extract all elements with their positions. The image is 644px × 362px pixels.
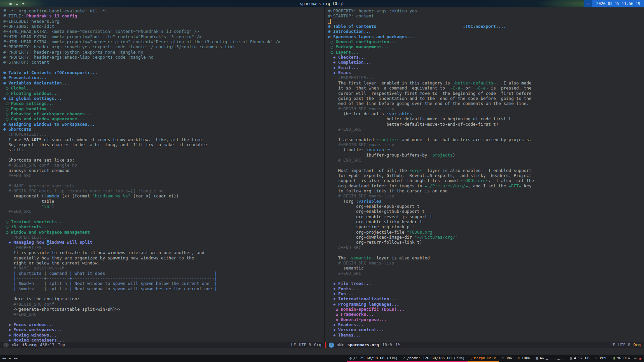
buffer-line[interactable]: ○ General configuration...	[328, 39, 644, 44]
buffer-line[interactable]: support is also enabled through files na…	[328, 178, 644, 183]
buffer-line[interactable]: The first layer enabled in this category…	[328, 80, 644, 85]
buffer-line[interactable]: org-download-image-dir "~/Pictures/org/"	[328, 235, 644, 240]
buffer-line[interactable]: #+OPTIONS: auto-id:t	[3, 24, 324, 29]
buffer-line[interactable]: ○ Behavior of workspace changes...	[3, 111, 324, 116]
buffer-line[interactable]: #+END_SRC	[3, 209, 324, 214]
buffer-line[interactable]: #+PROPERTY: header-args:python :exports …	[3, 50, 324, 55]
buffer-line[interactable]: #+NAME: split-win-sh	[3, 265, 324, 270]
buffer-line[interactable]: (better-defaults :variables	[328, 111, 644, 116]
buffer-line[interactable]: Shortcuts are set like so:	[3, 158, 324, 163]
buffer-line[interactable]: cursor will respectively first move to t…	[328, 91, 644, 96]
buffer-line[interactable]: Here is the configuration:	[3, 296, 324, 301]
buffer-line[interactable]: #+PROPERTY: header-args :mkdirp yes	[328, 8, 644, 13]
buffer-line[interactable]: ○ Terminal shortcuts...	[3, 219, 324, 224]
buffer-line[interactable]	[3, 291, 324, 296]
buffer-line[interactable]: ✸ Managing how windows will split	[3, 240, 324, 245]
buffer-line[interactable]: end of the line before going over the en…	[328, 101, 644, 106]
buffer-line[interactable]: #+END_SRC	[3, 312, 324, 317]
buffer-line[interactable]: ✸ Internationalization...	[328, 296, 644, 301]
buffer-line[interactable]: ✸ Moving containers...	[3, 338, 324, 342]
buffer-line[interactable]: #+HTML_HEAD_EXTRA: <meta property="og:de…	[3, 39, 324, 44]
buffer-line[interactable]: table	[3, 199, 324, 204]
buffer-line[interactable]: ✿ Domain-specific (DSLs)...	[328, 307, 644, 312]
buffer-line[interactable]: org-enable-github-support t	[328, 209, 644, 214]
minimize-icon[interactable]: —	[3, 1, 5, 6]
buffer-line[interactable]: ✸ Emacs	[328, 70, 644, 75]
buffer-line[interactable]: #+END_SRC	[3, 173, 324, 178]
buffer-line[interactable]: right or below the current window.	[3, 260, 324, 265]
buffer-line[interactable]: ⊛ Variables declaration...	[3, 80, 324, 85]
buffer-line[interactable]: ⊛ Table of Contents :TOC:noexport:...	[3, 70, 324, 75]
buffer-line[interactable]: # -*- org-confirm-babel-evaluate: nil -*…	[3, 8, 324, 13]
buffer-line[interactable]: ✿ General-purpose...	[328, 317, 644, 322]
buffer-line[interactable]: #+END_SRC	[328, 158, 644, 163]
buffer-line[interactable]: ○ Floating windows...	[3, 91, 324, 96]
buffer-line[interactable]: ✸ Themes...	[328, 333, 644, 338]
buffer-line[interactable]: ○ Popup handling...	[3, 106, 324, 111]
editor-window-i3-org[interactable]: # -*- org-confirm-babel-evaluate: nil -*…	[0, 7, 324, 342]
buffer-line[interactable]: ○ Layers...	[328, 50, 644, 55]
buffer-line[interactable]: | $mod+v | split v | Next window to spaw…	[3, 286, 324, 291]
buffer-line[interactable]: ibuffer-group-buffers-by 'projects)	[328, 153, 644, 158]
new-window-icon[interactable]: +	[22, 1, 24, 6]
buffer-line[interactable]: :PROPERTIES:...	[3, 235, 324, 240]
buffer-line[interactable]	[328, 163, 644, 168]
buffer-line[interactable]: ✸ Email...	[328, 65, 644, 70]
buffer-line[interactable]: semantic	[328, 265, 644, 270]
buffer-line[interactable]: The ~semantic~ layer is also enabled.	[328, 255, 644, 260]
buffer-line[interactable]: ○ Package management...	[328, 44, 644, 49]
editor-window-spacemacs-org[interactable]: #+PROPERTY: header-args :mkdirp yes#+STA…	[325, 7, 644, 342]
buffer-line[interactable]: ⊛ Introduction...	[328, 29, 644, 34]
buffer-line[interactable]	[3, 317, 324, 322]
buffer-line[interactable]: | $mod+h | split h | Next window to spaw…	[3, 281, 324, 286]
buffer-line[interactable]: ○ Window and workspace management	[3, 230, 324, 235]
buffer-line[interactable]: to follow org links if the cursor is on …	[328, 188, 644, 193]
buffer-line[interactable]: org-return-follows-link t)	[328, 240, 644, 245]
buffer-line[interactable]: #+INCLUDE: headers.org	[3, 19, 324, 24]
buffer-line[interactable]: ✸ Focus workspaces...	[3, 327, 324, 332]
buffer-line[interactable]: bindsym shortcut command	[3, 168, 324, 173]
buffer-line[interactable]	[3, 153, 324, 158]
buffer-line[interactable]: ✸ File trees...	[328, 281, 644, 286]
buffer-line[interactable]	[3, 214, 324, 219]
buffer-line[interactable]: #+HTML_HEAD_EXTRA: <meta name="descripti…	[3, 29, 324, 34]
module-mpd-song[interactable]: ♫Marpa Mila	[468, 355, 499, 362]
buffer-line[interactable]: :PROPERTIES:...	[3, 132, 324, 137]
buffer-line[interactable]: #+BEGIN_SRC emacs-lisp	[328, 142, 644, 147]
buffer-line[interactable]: <<generate-shortcuts(table=split-win-sh)…	[3, 307, 324, 312]
buffer-line[interactable]: org-projectile-file "TODOs.org"	[328, 230, 644, 235]
buffer-line[interactable]	[3, 65, 324, 70]
buffer-line[interactable]: ⊛ Presentation...	[3, 75, 324, 80]
buffer-line[interactable]: #+TITLE: Phundrak's i3 config	[3, 13, 324, 18]
buffer-line[interactable]: |-----------+---------+-----------------…	[3, 276, 324, 281]
buffer-line[interactable]: ⊛ Assigning windows to workspaces...	[3, 122, 324, 127]
buffer-line[interactable]: ⊛ Shortcuts	[3, 127, 324, 132]
buffer-line[interactable]: ○ i3 shortcuts...	[3, 224, 324, 229]
buffer-line[interactable]: ✸ Checkers...	[328, 55, 644, 60]
buffer-line[interactable]: :PROPERTIES:...	[3, 245, 324, 250]
buffer-line[interactable]: #+PROPERTY: header-args:emacs-lisp :expo…	[3, 55, 324, 60]
buffer-line[interactable]: #+BEGIN_SRC emacs-lisp	[328, 193, 644, 198]
buffer-line[interactable]: #+BEGIN_SRC emacs-lisp :exports none :va…	[3, 188, 324, 193]
buffer-line[interactable]: ✸ Moving windows...	[3, 333, 324, 338]
buffer-line[interactable]: ✸ Version control...	[328, 327, 644, 332]
layout-list-icon[interactable]: ≡	[16, 1, 18, 6]
buffer-line[interactable]: ○ Global...	[3, 85, 324, 90]
buffer-line[interactable]: | shortcuts | command | what it does |	[3, 271, 324, 276]
buffer-line[interactable]	[328, 250, 644, 255]
buffer-line[interactable]: it so that when a command equivalent to …	[328, 85, 644, 90]
buffer-line[interactable]: #+NAME: generate-shortcuts	[3, 183, 324, 188]
buffer-line[interactable]: I also enabled ~ibuffer~ and made it so …	[328, 137, 644, 142]
buffer-line[interactable]: going past the indentation and to the en…	[328, 96, 644, 101]
buffer-line[interactable]: org-enable-reveal-js-support t	[328, 214, 644, 219]
buffer-line[interactable]: ○ Gaps and window appearance...	[3, 116, 324, 121]
layout-stacked-icon[interactable]: ▣	[9, 1, 12, 6]
previous-icon[interactable]: ◀◀	[2, 357, 6, 360]
buffer-line[interactable]: org-enable-sticky-header t	[328, 219, 644, 224]
buffer-line[interactable]: #+BEGIN_SRC conf :tangle no	[3, 163, 324, 168]
notification-icon[interactable]: ◉	[639, 356, 641, 361]
buffer-line[interactable]: ✸ Programming languages...	[328, 302, 644, 307]
play-icon[interactable]: ▶	[9, 357, 11, 360]
buffer-line[interactable]: (ibuffer :variables	[328, 147, 644, 152]
buffer-line[interactable]: #+END_SRC	[328, 127, 644, 132]
